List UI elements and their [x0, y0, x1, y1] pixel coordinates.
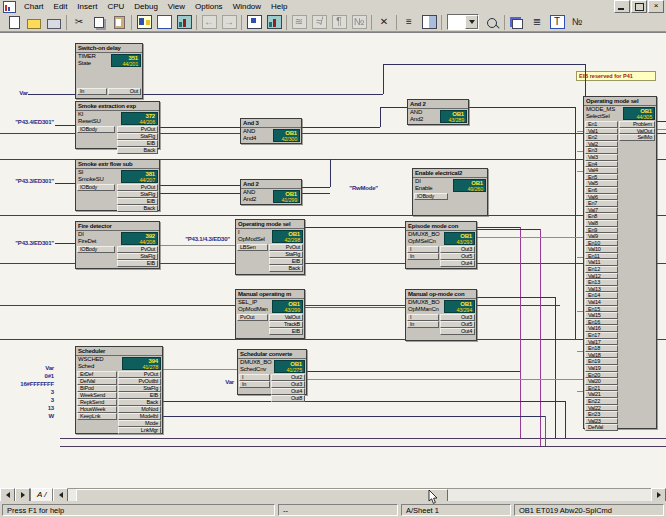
block-input-en12[interactable]: En12 [585, 266, 618, 273]
block-input-en15[interactable]: En15 [585, 306, 618, 313]
block-input-en2[interactable]: En2 [585, 134, 618, 141]
block-output-pvout[interactable]: PvOut [118, 371, 161, 378]
block-output-out3[interactable]: Out3 [440, 246, 475, 253]
function-block-schedcnv[interactable]: Schedular converteDMUX8_BOSchedCnvOB141/… [237, 349, 307, 395]
sheet-bar-label[interactable]: "P43.3/ED301" [0, 240, 54, 246]
block-output-pvout[interactable]: PvOut [117, 184, 159, 191]
sheet-bar-label[interactable]: W [44, 413, 54, 419]
block-output-eib[interactable]: EIB [118, 392, 161, 399]
block-output-pvoutibl[interactable]: PvOutIbl [118, 378, 161, 385]
tab-scroll-left-button[interactable] [0, 488, 15, 502]
block-input-val14[interactable]: Val14 [585, 299, 618, 306]
sheet-bar-label[interactable]: Var [28, 365, 54, 371]
block-output-out4[interactable]: Out4 [440, 328, 475, 335]
block-runtime-box[interactable]: OB141/299 [273, 190, 300, 203]
block-input-val13[interactable]: Val13 [585, 286, 618, 293]
function-block-sched[interactable]: SchedulerWSCHEDSched39441/278ErDefDefVal… [75, 346, 163, 434]
block-output-back[interactable]: Back [118, 399, 161, 406]
block-output-staflg[interactable]: StaFlg [118, 385, 161, 392]
close-button[interactable]: × [648, 0, 664, 13]
sheet-bar-label[interactable]: "P43.4/ED301" [0, 119, 54, 125]
block-input-erdef[interactable]: ErDef [77, 371, 117, 378]
copy-button[interactable] [89, 14, 109, 31]
block-input-val9[interactable]: Val9 [585, 233, 618, 240]
block-output-trackb[interactable]: TrackB [269, 321, 303, 328]
block-output-eib[interactable]: EIB [117, 260, 159, 267]
block-output-back[interactable]: Back [269, 265, 303, 272]
menu-item-options[interactable]: Options [190, 1, 228, 13]
new-chart-button[interactable] [4, 14, 24, 31]
block-input-val8[interactable]: Val8 [585, 220, 618, 227]
block-input-val15[interactable]: Val15 [585, 312, 618, 319]
chart-canvas[interactable]: EIB reserved for P41 Var"P43.4/ED301""P4… [0, 32, 666, 489]
block-input-en10[interactable]: En10 [585, 240, 618, 247]
block-input-val16[interactable]: Val16 [585, 325, 618, 332]
block-input-val5[interactable]: Val5 [585, 180, 618, 187]
sheet-tab-a[interactable]: A / [30, 488, 53, 502]
block-input-en4[interactable]: En4 [585, 161, 618, 168]
block-input-i[interactable]: I [407, 314, 439, 321]
block-input-val19[interactable]: Val19 [585, 365, 618, 372]
block-input-bipod[interactable]: BiPod [77, 385, 117, 392]
block-runtime-box[interactable]: OB142/298 [272, 230, 303, 243]
block-input-iobody[interactable]: IOBody [77, 184, 115, 191]
block-output-monod[interactable]: MoNod [118, 406, 161, 413]
block-input-housweek[interactable]: HousWeek [77, 406, 117, 413]
sheet-bar-label[interactable]: 3 [46, 389, 54, 395]
block-input-val2[interactable]: Val2 [585, 141, 618, 148]
block-output-mode[interactable]: Mode [118, 420, 161, 427]
block-input-val17[interactable]: Val17 [585, 339, 618, 346]
sheet-bar-label[interactable]: Var [218, 379, 234, 385]
block-runtime-box[interactable]: OB141/275 [274, 360, 305, 373]
block-input-en8[interactable]: En8 [585, 213, 618, 220]
tab-scroll-right-button[interactable] [15, 488, 30, 502]
menu-item-cpu[interactable]: CPU [102, 1, 129, 13]
block-output-eib[interactable]: EIB [269, 258, 303, 265]
block-input-val20[interactable]: Val20 [585, 378, 618, 385]
block-input-in[interactable]: In [407, 321, 439, 328]
block-runtime-box[interactable]: OB143/293 [444, 232, 476, 245]
sheet-bar-label[interactable]: 3 [46, 397, 54, 403]
function-block-and2m[interactable]: And 2ANDAnd2OB141/299 [240, 179, 302, 205]
function-block-opmodman[interactable]: Manual operating mSEL_IPOpModManOB143/29… [235, 289, 305, 339]
block-input-en21[interactable]: En21 [585, 385, 618, 392]
function-block-resetsu[interactable]: Smoke extraction expKIResetSU37244/206IO… [75, 101, 160, 149]
block-input-val21[interactable]: Val21 [585, 391, 618, 398]
help-cursor-button[interactable]: № [567, 14, 587, 31]
sheet-bar-label[interactable]: 16#FFFFFFF [2, 381, 54, 387]
menu-item-edit[interactable]: Edit [49, 1, 73, 13]
chevron-down-icon[interactable] [465, 15, 478, 29]
menu-item-window[interactable]: Window [228, 1, 266, 13]
function-block-enable[interactable]: Enable electrical2DIEnableOB149/260IOBod… [412, 168, 488, 216]
function-block-and2r[interactable]: And 2ANDAnd2OB143/289 [407, 99, 469, 125]
menu-item-insert[interactable]: Insert [72, 1, 102, 13]
block-input-val23[interactable]: Val23 [585, 418, 618, 425]
block-output-problem[interactable]: Problem [619, 121, 655, 128]
block-input-defval[interactable]: DefVal [77, 378, 117, 385]
block-runtime-box[interactable]: 38144/207 [121, 170, 158, 183]
block-output-eib[interactable]: EIB [117, 198, 159, 205]
block-runtime-box[interactable]: 39441/278 [122, 357, 161, 370]
chart-properties-button[interactable] [174, 14, 194, 31]
block-runtime-box[interactable]: OB142/300 [273, 129, 300, 142]
block-input-val18[interactable]: Val18 [585, 352, 618, 359]
block-runtime-box[interactable]: OB149/260 [453, 179, 486, 192]
download-button[interactable] [244, 14, 264, 31]
block-runtime-box[interactable]: OB143/299 [272, 300, 303, 313]
block-input-keeplnk[interactable]: KeepLnk [77, 413, 117, 420]
function-block-state[interactable]: Switch-on delayTIMERState35144/201InOut [75, 43, 143, 99]
function-block-opmselcn[interactable]: Episode mode conDMUX8_BOOpMSelCnOB143/29… [405, 221, 477, 269]
sheet-bar-label[interactable]: 0#1 [28, 373, 54, 379]
hscroll-left-button[interactable] [53, 488, 68, 502]
function-block-opmodsel[interactable]: Operating mode selIOpModSelOB142/298LBSe… [235, 219, 305, 275]
block-output-out[interactable]: Out [108, 88, 141, 95]
block-output-staflg[interactable]: StaFlg [117, 133, 159, 140]
block-runtime-box[interactable]: 37244/206 [121, 112, 158, 125]
block-input-en1[interactable]: En1 [585, 121, 618, 128]
minimize-button[interactable] [614, 0, 630, 13]
block-input-en22[interactable]: En22 [585, 398, 618, 405]
hscroll-right-button[interactable] [651, 488, 666, 502]
block-input-val22[interactable]: Val22 [585, 405, 618, 412]
block-input-en7[interactable]: En7 [585, 200, 618, 207]
overview-button[interactable] [419, 14, 439, 31]
